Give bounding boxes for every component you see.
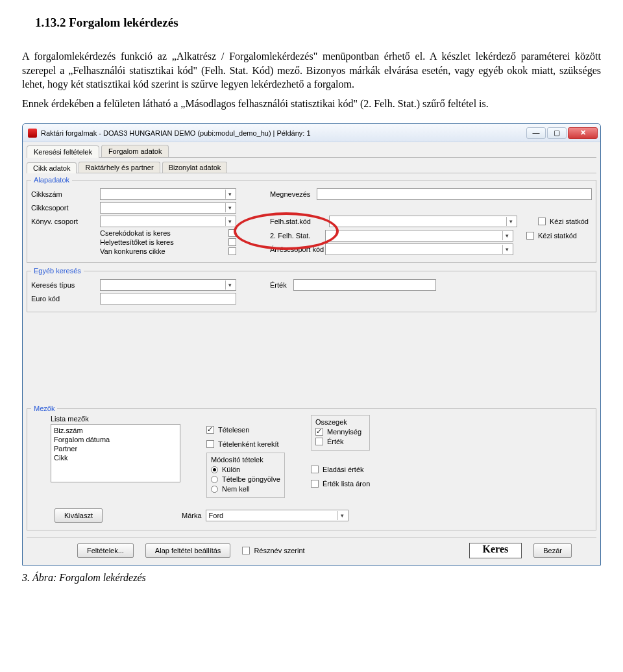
label-konyv-csoport: Könyv. csoport [31,218,96,225]
label-cikkszam: Cikkszám [31,190,96,198]
listbox-lista-mezok[interactable]: Biz.szám Forgalom dátuma Partner Cikk [51,424,180,482]
keres-button[interactable]: Keres [469,543,522,558]
label-helyettesitoket: Helyettesítőket is keres [100,238,174,246]
group-modosito-tetelek: Módosító tételek Külön Tételbe göngyölve… [206,453,285,498]
minimize-button[interactable]: ― [526,127,546,139]
list-item[interactable]: Cikk [54,453,177,462]
label-kezistatkod-1: Kézi statkód [550,218,589,225]
list-item[interactable]: Partner [54,444,177,453]
doc-paragraph-1: A forgalomlekérdezés funkció az „Alkatré… [22,49,601,92]
label-euro-kod: Euro kód [31,295,96,303]
checkbox-konkurens[interactable] [228,247,236,255]
label-kezistatkod-2: Kézi statkód [538,232,577,240]
list-item[interactable]: Biz.szám [54,426,177,435]
label-nem-kell: Nem kell [222,485,250,493]
label-lista-mezok: Lista mezők [51,415,180,423]
label-ertek-chk: Érték [327,438,344,445]
group-osszegek: Összegek Mennyiség Érték [311,415,370,451]
chevron-down-icon: ▾ [502,245,511,254]
chevron-down-icon: ▾ [225,203,234,212]
label-ertek: Érték [270,281,287,289]
label-marka: Márka [182,512,202,519]
input-megnevezes[interactable] [317,188,592,200]
checkbox-eladasi-ertek[interactable] [311,466,319,473]
checkbox-helyettesitoket[interactable] [228,238,236,246]
combo-cikkszam[interactable]: ▾ [100,188,236,200]
label-cserekodokat: Cserekódokat is keres [100,229,171,237]
tab-keresesi-feltetelek[interactable]: Keresési feltételek [27,145,99,158]
checkbox-kezistatkod-1[interactable] [538,218,546,225]
label-megnevezes: Megnevezés [270,190,310,198]
app-window: Raktári forgalmak - DOAS3 HUNGARIAN DEMO… [22,123,601,566]
window-buttons: ― ▢ ✕ [526,127,598,139]
label-kulon: Külön [222,466,240,473]
chevron-down-icon: ▾ [225,217,234,226]
label-osszegek: Összegek [315,418,365,426]
maximize-button[interactable]: ▢ [547,127,567,139]
bottom-bar: Feltételek... Alap feltétel beállítás Ré… [27,537,596,558]
label-tetelenkent-kerekit: Tételenként kerekít [218,440,279,448]
checkbox-resznev-szerint[interactable] [242,547,250,554]
input-ertek[interactable] [293,279,436,291]
tab-raktarhely-partner[interactable]: Raktárhely és partner [79,162,160,173]
tab-bizonylat-adatok[interactable]: Bizonylat adatok [162,162,228,173]
label-eladasi-ertek: Eladási érték [323,466,364,473]
label-arrescsoport: Árréscsoport kód [270,245,325,253]
chevron-down-icon: ▾ [225,280,234,290]
doc-heading: 1.13.2 Forgalom lekérdezés [35,16,601,30]
combo-cikkcsoport[interactable]: ▾ [100,202,236,214]
label-modosito-tetelek: Módosító tételek [211,456,280,464]
legend-egyeb: Egyéb keresés [31,267,84,275]
combo-felhstat[interactable]: ▾ [329,216,517,227]
doc-paragraph-2: Ennek érdekében a felületen látható a „M… [22,97,601,111]
radio-kulon[interactable] [211,466,218,473]
kivalaszt-button[interactable]: Kiválaszt [55,508,103,523]
radio-nem-kell[interactable] [211,486,218,493]
legend-alapadatok: Alapadatok [31,176,72,184]
window-title: Raktári forgalmak - DOAS3 HUNGARIAN DEMO… [41,129,311,137]
label-mennyiseg: Mennyiség [327,428,361,436]
chevron-down-icon: ▾ [502,231,511,240]
tabs-top: Keresési feltételek Forgalom adatok [27,145,596,158]
combo-arrescsoport[interactable]: ▾ [325,243,513,255]
group-egyeb-kereses: Egyéb keresés Keresés típus ▾ Érték Euro… [27,267,596,312]
combo-marka[interactable]: Ford ▾ [206,510,348,521]
chevron-down-icon: ▾ [506,217,515,226]
checkbox-tetelenkent-kerekit[interactable] [206,440,214,448]
label-cikkcsoport: Cikkcsoport [31,204,96,212]
label-resznev-szerint: Résznév szerint [254,547,304,554]
checkbox-mennyiseg[interactable] [315,428,323,436]
input-euro-kod[interactable] [100,293,236,305]
label-konkurens: Van konkurens cikke [100,247,165,255]
combo-felhstat2[interactable]: ▾ [325,230,513,242]
label-felhstat2: 2. Felh. Stat. [270,232,325,240]
checkbox-cserekodokat[interactable] [228,229,236,237]
tab-forgalom-adatok[interactable]: Forgalom adatok [101,145,169,157]
group-alapadatok: Alapadatok Cikkszám ▾ Megnevezés Cikkcso… [27,176,596,263]
feltetelek-button[interactable]: Feltételek... [77,543,134,558]
checkbox-ertek-lista-aron[interactable] [311,480,319,488]
bezar-button[interactable]: Bezár [533,543,572,558]
group-mezok: Mezők Lista mezők Biz.szám Forgalom dátu… [27,404,596,530]
alap-feltetel-button[interactable]: Alap feltétel beállítás [145,543,231,558]
label-tetelesen: Tételesen [218,426,249,434]
close-button[interactable]: ✕ [568,127,598,139]
tab-cikk-adatok[interactable]: Cikk adatok [27,162,77,173]
chevron-down-icon: ▾ [337,511,347,520]
combo-kereses-tipus[interactable]: ▾ [100,279,236,291]
label-ertek-lista-aron: Érték lista áron [323,480,370,488]
checkbox-tetelesen[interactable] [206,426,214,434]
chevron-down-icon: ▾ [225,190,234,199]
label-kereses-tipus: Keresés típus [31,281,96,289]
tabs-sub: Cikk adatok Raktárhely és partner Bizony… [27,162,596,173]
legend-mezok: Mezők [31,404,57,412]
checkbox-ertek[interactable] [315,438,323,445]
window-titlebar: Raktári forgalmak - DOAS3 HUNGARIAN DEMO… [23,124,600,142]
combo-konyv-csoport[interactable]: ▾ [100,216,236,227]
label-tetelbe-gongyolve: Tételbe göngyölve [222,475,280,483]
radio-tetelbe-gongyolve[interactable] [211,476,218,483]
list-item[interactable]: Forgalom dátuma [54,435,177,444]
app-icon [28,129,37,138]
checkbox-kezistatkod-2[interactable] [526,232,534,240]
label-felhstat: Felh.stat.kód [270,218,325,225]
